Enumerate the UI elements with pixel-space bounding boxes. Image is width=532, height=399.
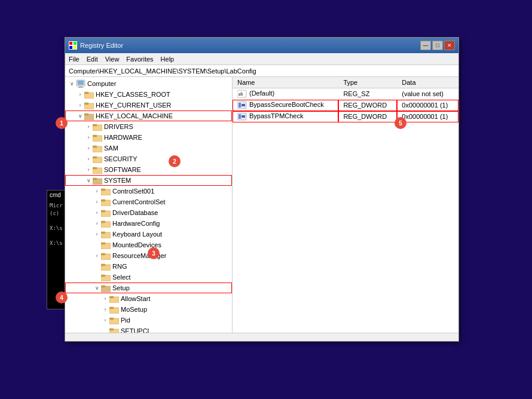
- close-button[interactable]: ✕: [444, 41, 455, 50]
- svg-rect-19: [93, 146, 97, 148]
- expand-icon-local_machine[interactable]: ∨: [76, 112, 84, 120]
- menu-help[interactable]: Help: [161, 56, 175, 63]
- expand-icon-rng[interactable]: [93, 262, 101, 271]
- minimize-button[interactable]: —: [420, 41, 431, 50]
- tree-item-drivers[interactable]: › DRIVERS: [65, 121, 232, 132]
- right-panel: Name Type Data ab (Default)REG_SZ(value …: [233, 77, 458, 333]
- expand-icon-computer[interactable]: ∨: [68, 79, 76, 88]
- tree-item-pid[interactable]: › Pid: [65, 315, 232, 326]
- tree-item-rng[interactable]: RNG: [65, 261, 232, 272]
- tree-panel[interactable]: ∨ Computer› HKEY_CLASSES_ROOT› HKEY_CURR…: [65, 77, 233, 333]
- svg-rect-29: [101, 200, 105, 201]
- svg-rect-7: [78, 87, 84, 88]
- tree-label-allowstart: AllowStart: [121, 295, 151, 302]
- table-row[interactable]: BypassTPMCheckREG_DWORD0x00000001 (1): [233, 111, 458, 122]
- tree-label-setup: Setup: [112, 284, 130, 291]
- registry-table: Name Type Data ab (Default)REG_SZ(value …: [233, 77, 458, 122]
- folder-icon-setup: [101, 284, 111, 292]
- col-data: Data: [397, 77, 458, 88]
- folder-icon-drivers: [93, 122, 102, 131]
- expand-icon-current_user[interactable]: ›: [76, 101, 84, 109]
- expand-icon-hardwareconfig[interactable]: ›: [93, 219, 101, 228]
- tree-item-setup[interactable]: ∨ Setup: [65, 283, 232, 293]
- expand-icon-system[interactable]: ∨: [84, 176, 93, 185]
- tree-label-sam: SAM: [104, 145, 118, 152]
- tree-label-local_machine: HKEY_LOCAL_MACHINE: [96, 112, 173, 119]
- menu-file[interactable]: File: [69, 56, 80, 63]
- tree-item-computer[interactable]: ∨ Computer: [65, 78, 232, 89]
- expand-icon-mounteddevices[interactable]: [93, 241, 101, 249]
- tree-item-local_machine[interactable]: ∨ HKEY_LOCAL_MACHINE: [65, 111, 232, 121]
- tree-label-mosetup: MoSetup: [121, 306, 147, 313]
- tree-item-security[interactable]: › SECURITY: [65, 154, 232, 164]
- svg-rect-45: [101, 286, 105, 287]
- tree-item-current_user[interactable]: › HKEY_CURRENT_USER: [65, 100, 232, 111]
- expand-icon-keyboardlayout[interactable]: ›: [93, 230, 101, 238]
- folder-icon-mounteddevices: [101, 241, 111, 249]
- tree-item-setupcl[interactable]: SETUPCL: [65, 326, 232, 333]
- tree-item-hardwareconfig[interactable]: › HardwareConfig: [65, 218, 232, 229]
- svg-rect-5: [78, 81, 84, 85]
- svg-rect-47: [109, 296, 114, 298]
- folder-icon-classes_root: [84, 90, 94, 99]
- expand-icon-security[interactable]: ›: [84, 155, 93, 163]
- expand-icon-pid[interactable]: ›: [101, 316, 109, 324]
- folder-icon-hardware: [93, 133, 102, 142]
- table-row[interactable]: BypassSecureBootCheckREG_DWORD0x00000001…: [233, 100, 458, 111]
- expand-icon-sam[interactable]: ›: [84, 144, 93, 152]
- tree-item-controlset001[interactable]: › ControlSet001: [65, 186, 232, 197]
- folder-icon-sam: [93, 144, 102, 152]
- expand-icon-select[interactable]: [93, 273, 101, 281]
- tree-item-system[interactable]: ∨ SYSTEM: [65, 175, 232, 186]
- tree-item-keyboardlayout[interactable]: › Keyboard Layout: [65, 229, 232, 240]
- menu-edit[interactable]: Edit: [87, 56, 98, 63]
- tree-item-mosetup[interactable]: › MoSetup: [65, 304, 232, 315]
- badge-3: 3: [148, 247, 160, 259]
- reg-icon-0: ab: [237, 90, 247, 98]
- tree-item-allowstart[interactable]: › AllowStart: [65, 293, 232, 304]
- expand-icon-software[interactable]: ›: [84, 165, 93, 174]
- name-text-1: BypassSecureBootCheck: [249, 101, 324, 108]
- tree-item-mounteddevices[interactable]: MountedDevices: [65, 240, 232, 250]
- tree-label-controlset001: ControlSet001: [112, 188, 154, 195]
- expand-icon-hardware[interactable]: ›: [84, 133, 93, 142]
- expand-icon-classes_root[interactable]: ›: [76, 90, 84, 99]
- expand-icon-drivers[interactable]: ›: [84, 122, 93, 131]
- cell-data-2: 0x00000001 (1): [397, 111, 458, 122]
- tree-item-driverdatabase[interactable]: › DriverDatabase: [65, 207, 232, 218]
- svg-rect-23: [93, 167, 97, 169]
- tree-item-currentcontrolset[interactable]: › CurrentControlSet: [65, 197, 232, 207]
- expand-icon-setup[interactable]: ∨: [93, 284, 101, 292]
- tree-item-select[interactable]: Select: [65, 272, 232, 283]
- svg-rect-63: [239, 103, 241, 108]
- expand-icon-driverdatabase[interactable]: ›: [93, 208, 101, 217]
- scrollbar-area: [65, 333, 458, 341]
- tree-item-classes_root[interactable]: › HKEY_CLASSES_ROOT: [65, 89, 232, 100]
- svg-rect-9: [84, 92, 88, 94]
- tree-item-hardware[interactable]: › HARDWARE: [65, 132, 232, 143]
- svg-rect-66: [239, 114, 241, 119]
- folder-icon-keyboardlayout: [101, 230, 111, 238]
- tree-label-setupcl: SETUPCL: [121, 327, 151, 333]
- expand-icon-setupcl[interactable]: [101, 327, 109, 333]
- expand-icon-controlset001[interactable]: ›: [93, 187, 101, 195]
- tree-item-sam[interactable]: › SAM: [65, 143, 232, 154]
- tree-label-currentcontrolset: CurrentControlSet: [112, 198, 166, 205]
- expand-icon-allowstart[interactable]: ›: [101, 294, 109, 303]
- maximize-button[interactable]: □: [432, 41, 443, 50]
- tree-label-select: Select: [112, 274, 131, 281]
- expand-icon-currentcontrolset[interactable]: ›: [93, 198, 101, 206]
- title-buttons: — □ ✕: [420, 41, 455, 50]
- main-content: ∨ Computer› HKEY_CLASSES_ROOT› HKEY_CURR…: [65, 77, 458, 333]
- menu-view[interactable]: View: [105, 56, 120, 63]
- tree-label-computer: Computer: [87, 80, 116, 87]
- svg-rect-27: [101, 189, 105, 191]
- expand-icon-mosetup[interactable]: ›: [101, 305, 109, 314]
- folder-icon-resourcemanager: [101, 251, 111, 260]
- cell-type-1: REG_DWORD: [338, 100, 397, 111]
- svg-rect-33: [101, 221, 105, 223]
- menu-favorites[interactable]: Favorites: [126, 56, 153, 63]
- tree-item-software[interactable]: › SOFTWARE: [65, 164, 232, 175]
- expand-icon-resourcemanager[interactable]: ›: [93, 251, 101, 260]
- table-row[interactable]: ab (Default)REG_SZ(value not set): [233, 88, 458, 100]
